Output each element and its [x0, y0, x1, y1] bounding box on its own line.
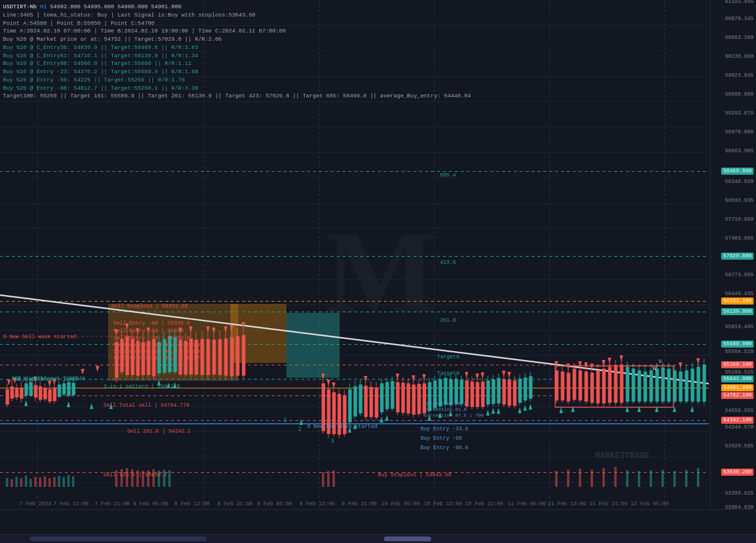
svg-marker-216 — [67, 401, 70, 407]
svg-rect-291 — [20, 478, 22, 487]
svg-marker-249 — [96, 366, 99, 372]
buy-entry-23-label: Buy Entry -23.6 — [421, 426, 468, 432]
svg-rect-316 — [333, 470, 335, 487]
price-57718: 57718.950 — [725, 217, 754, 223]
sell-261-label: Sell 261.8 | 54342.1 — [127, 428, 191, 434]
svg-rect-329 — [697, 468, 699, 487]
info-line-6: Buy %10 @ C_Entry61: 54710.1 || Target:5… — [3, 52, 471, 60]
price-54901: 54901.000 — [721, 384, 754, 391]
price-57403: 57403.965 — [725, 235, 754, 241]
svg-rect-317 — [555, 471, 558, 487]
svg-marker-217 — [90, 403, 93, 409]
svg-rect-318 — [567, 470, 569, 487]
sell-correction-label: Sell correction 97.5 | 55595 — [113, 342, 203, 348]
svg-marker-215 — [24, 400, 28, 406]
price-60563: 60563.360 — [725, 35, 754, 41]
svg-rect-323 — [626, 470, 628, 487]
price-55041: 55041.900 — [721, 375, 754, 382]
svg-rect-289 — [11, 479, 13, 487]
svg-rect-299 — [58, 476, 60, 487]
info-line-10: Buy %20 @ Entry -88: 54012.7 || Target:5… — [3, 84, 471, 93]
svg-rect-302 — [72, 476, 74, 487]
svg-marker-259 — [230, 325, 233, 331]
svg-rect-325 — [650, 470, 652, 487]
sell-correction2-label: Sell correction 87.5 | 55595 — [113, 349, 203, 355]
info-line-8: Buy %10 @ Entry -23: 54370.2 || Target:5… — [3, 68, 471, 76]
svg-text:3: 3 — [331, 438, 334, 444]
price-58978: 58978.890 — [725, 129, 754, 135]
buy-stoploss-label: Buy Stoploss | 53643.68 — [378, 472, 451, 478]
price-60238: 60238.860 — [725, 54, 754, 60]
new-buy-wave-label: 0 New Buy Wave started — [307, 424, 377, 430]
svg-rect-314 — [322, 472, 324, 487]
sell-correction3-label: Sell correction 38.2 | 55376 — [113, 355, 203, 361]
svg-marker-278 — [602, 360, 605, 366]
price-58663: 58663.905 — [725, 148, 754, 154]
svg-rect-315 — [327, 471, 330, 487]
svg-rect-327 — [673, 471, 676, 487]
svg-marker-271 — [502, 371, 506, 377]
svg-rect-320 — [591, 470, 593, 487]
svg-marker-262 — [327, 380, 330, 385]
price-54342: 54342.100 — [721, 417, 754, 424]
scrollbar[interactable] — [0, 534, 756, 543]
price-59608: 59608.860 — [725, 91, 754, 97]
info-line-2: Point A:54500 | Point B:55050 | Point C:… — [3, 19, 471, 28]
svg-rect-319 — [579, 469, 581, 487]
fib-423-label: 423.6 — [440, 260, 456, 266]
price-53929: 53929.585 — [725, 443, 754, 449]
svg-text:2: 2 — [298, 426, 301, 432]
sell-entry-38-label: Sell Entry -38 | 55753.8 — [113, 335, 190, 341]
svg-rect-301 — [67, 475, 70, 487]
info-line-7: Buy %10 @ C_Entry88: 54568.8 || Target:5… — [3, 60, 471, 68]
info-line-5: Buy %10 @ C_Entry38: 54839.9 || Target:5… — [3, 44, 471, 52]
svg-marker-248 — [81, 369, 84, 375]
price-60878: 60878.345 — [725, 16, 754, 22]
price-55589: 55589.900 — [721, 341, 754, 348]
svg-text:1: 1 — [284, 417, 286, 423]
price-61193: 61193.845 — [725, 0, 754, 5]
price-59293: 59293.875 — [725, 110, 754, 116]
svg-marker-234 — [523, 405, 527, 411]
svg-marker-264 — [364, 376, 367, 382]
fsb-label: FSB_HighToBreak | 55048 — [12, 376, 85, 382]
price-58033: 58033.935 — [725, 198, 754, 204]
target0b-label: Target0 — [437, 371, 460, 377]
svg-rect-326 — [662, 470, 664, 487]
price-58469: 58469.800 — [721, 168, 754, 175]
price-55504: 55504.510 — [725, 349, 754, 355]
price-59923: 59923.845 — [725, 73, 754, 78]
info-line-3: Time A:2024.02.10 07:00:00 | Time B:2024… — [3, 27, 471, 35]
svg-marker-230 — [486, 410, 490, 416]
svg-rect-313 — [168, 470, 171, 487]
buy-entry-88-label: Buy Entry -88.6 — [421, 445, 468, 451]
price-54559: 54559.555 — [725, 408, 754, 414]
price-53299: 53299.615 — [725, 490, 754, 496]
sell-stoploss-label: Sell Stoploss | 56331.28 — [111, 303, 188, 309]
svg-rect-292 — [25, 476, 27, 487]
price-54782: 54782.100 — [721, 392, 754, 399]
price-55189: 55189.525 — [725, 369, 754, 375]
price-56139: 56139.900 — [721, 308, 754, 315]
svg-rect-322 — [614, 467, 617, 487]
svg-marker-270 — [481, 372, 484, 378]
svg-marker-257 — [212, 328, 216, 333]
price-57029: 57029.800 — [721, 253, 754, 260]
target0a-label: Target0 — [437, 354, 460, 360]
svg-rect-298 — [53, 477, 56, 487]
buy-entry-50-label: Buy Entry -50 — [421, 436, 462, 441]
svg-marker-225 — [380, 417, 383, 423]
sell-entry-50-label: Sell Entry -50 | 55870 — [113, 328, 184, 334]
fib-685-label: 685.4 — [440, 172, 456, 178]
price-58348: 58348.920 — [725, 179, 754, 185]
ticker-line: USDTIRT-Nb H1 54902.000 54995.000 54900.… — [3, 3, 471, 11]
svg-rect-300 — [63, 477, 65, 487]
svg-marker-233 — [518, 407, 522, 413]
svg-marker-258 — [224, 326, 227, 332]
svg-marker-256 — [206, 326, 210, 332]
timeframe: H1 — [40, 4, 47, 10]
3in1-label: 3-in-1 pattern | 55641.9 — [103, 384, 180, 390]
svg-rect-328 — [685, 470, 687, 487]
price-56331: 56331.280 — [721, 297, 754, 305]
svg-marker-243 — [7, 380, 11, 385]
